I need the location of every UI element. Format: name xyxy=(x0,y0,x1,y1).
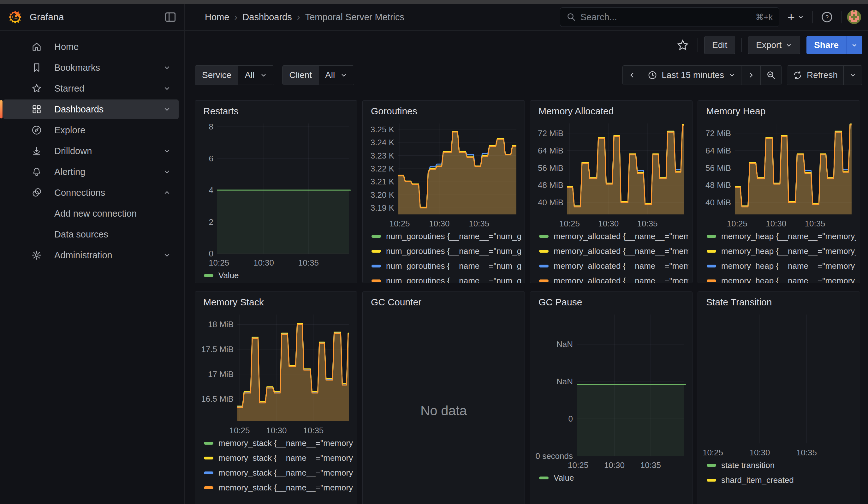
divider xyxy=(841,11,841,23)
add-button[interactable]: + xyxy=(785,8,807,27)
sidebar-item-label: Bookmarks xyxy=(54,63,163,73)
svg-text:0: 0 xyxy=(568,414,573,423)
legend-item[interactable]: memory_heap {__name__="memory_h xyxy=(707,274,856,283)
svg-text:72 MiB: 72 MiB xyxy=(705,128,731,138)
sidebar-item-alerting[interactable]: Alerting xyxy=(0,161,184,182)
legend-item[interactable]: Value xyxy=(204,268,353,283)
legend-item[interactable]: state transition xyxy=(707,458,856,473)
panel-title[interactable]: Goroutines xyxy=(366,101,521,119)
svg-text:10:25: 10:25 xyxy=(559,219,580,228)
legend-series-label: memory_allocated {__name__="memc xyxy=(554,276,689,283)
panel-title[interactable]: Memory Stack xyxy=(199,292,353,309)
chart[interactable]: 3.19 K3.20 K3.21 K3.22 K3.23 K3.24 K3.25… xyxy=(366,119,521,229)
legend-item[interactable]: memory_allocated {__name__="memc xyxy=(539,274,689,283)
legend-item[interactable]: Value xyxy=(539,471,689,485)
time-shift-forward-button[interactable] xyxy=(742,66,761,85)
chart[interactable]: 10:2510:3010:35 xyxy=(702,309,856,458)
variable-service-select[interactable]: All xyxy=(238,66,273,85)
chevron-down-icon xyxy=(260,71,267,79)
refresh-button[interactable]: Refresh xyxy=(787,66,844,85)
chart[interactable]: 40 MiB48 MiB56 MiB64 MiB72 MiB10:2510:30… xyxy=(534,119,689,229)
variable-client-select[interactable]: All xyxy=(319,66,354,85)
chart[interactable]: 16.5 MiB17 MiB17.5 MiB18 MiB10:2510:3010… xyxy=(199,309,353,436)
sidebar-item-bookmarks[interactable]: Bookmarks xyxy=(0,57,184,78)
sidebar-item-data-sources[interactable]: Data sources xyxy=(0,224,184,245)
no-data-message: No data xyxy=(366,309,521,504)
svg-text:3.20 K: 3.20 K xyxy=(371,190,394,199)
panel-state-transition: State Transition10:2510:3010:35state tra… xyxy=(698,291,860,504)
sidebar-item-add-new-connection[interactable]: Add new connection xyxy=(0,203,184,224)
legend-item[interactable]: memory_stack {__name__="memory_s xyxy=(204,436,353,451)
legend-series-color xyxy=(204,486,213,489)
sidebar-item-label: Data sources xyxy=(54,229,175,240)
sidebar-item-explore[interactable]: Explore xyxy=(0,120,184,141)
export-button[interactable]: Export xyxy=(748,36,800,54)
legend-series-color xyxy=(707,250,716,253)
panel-title[interactable]: Restarts xyxy=(199,101,353,119)
legend-item[interactable]: memory_stack {__name__="memory_s xyxy=(204,465,353,480)
legend-item[interactable]: memory_allocated {__name__="memc xyxy=(539,229,689,244)
legend-item[interactable]: num_goroutines {__name__="num_go xyxy=(372,274,521,283)
svg-text:16.5 MiB: 16.5 MiB xyxy=(201,394,234,404)
breadcrumb-home[interactable]: Home xyxy=(205,12,229,22)
panel-memory-heap: Memory Heap40 MiB48 MiB56 MiB64 MiB72 Mi… xyxy=(698,101,860,283)
share-options-chevron[interactable] xyxy=(846,36,862,54)
legend-series-color xyxy=(204,274,213,277)
sidebar-item-administration[interactable]: Administration xyxy=(0,245,184,266)
chart[interactable]: 0246810:2510:3010:35 xyxy=(199,119,353,268)
breadcrumb-dashboards[interactable]: Dashboards xyxy=(242,12,292,22)
sidebar-toggle-icon[interactable] xyxy=(162,10,179,25)
divider xyxy=(698,38,698,52)
avatar[interactable] xyxy=(847,10,861,24)
legend-series-color xyxy=(539,235,549,238)
star-dashboard-button[interactable] xyxy=(674,37,691,54)
help-icon[interactable]: ? xyxy=(818,9,836,25)
clock-icon xyxy=(648,70,657,80)
panel-title[interactable]: State Transition xyxy=(702,292,856,309)
sidebar-item-dashboards[interactable]: Dashboards xyxy=(0,99,184,120)
legend-series-label: shard_item_created xyxy=(721,475,794,485)
time-shift-back-button[interactable] xyxy=(623,66,642,85)
edit-button[interactable]: Edit xyxy=(704,36,735,54)
chevron-down-icon xyxy=(851,42,858,49)
legend-item[interactable]: memory_heap {__name__="memory_h xyxy=(707,244,856,259)
legend-series-color xyxy=(539,250,549,253)
panel-title[interactable]: GC Pause xyxy=(534,292,689,309)
sidebar-item-home[interactable]: Home xyxy=(0,36,184,57)
search-input[interactable]: Search... ⌘+k xyxy=(560,7,779,27)
svg-text:10:30: 10:30 xyxy=(598,219,619,228)
sidebar-item-drilldown[interactable]: Drilldown xyxy=(0,141,184,161)
legend-item[interactable]: memory_stack {__name__="memory_s xyxy=(204,480,353,495)
chart[interactable]: 40 MiB48 MiB56 MiB64 MiB72 MiB10:2510:30… xyxy=(702,119,856,229)
svg-text:10:35: 10:35 xyxy=(298,258,319,267)
variable-client-label: Client xyxy=(282,66,319,85)
legend-item[interactable]: memory_heap {__name__="memory_h xyxy=(707,259,856,274)
refresh-interval-chevron[interactable] xyxy=(844,66,862,85)
sidebar-item-connections[interactable]: Connections xyxy=(0,182,184,203)
legend-series-label: state transition xyxy=(721,460,775,470)
panel-title[interactable]: GC Counter xyxy=(366,292,521,309)
time-range-picker[interactable]: Last 15 minutes xyxy=(642,66,742,85)
legend-item[interactable]: shard_item_created xyxy=(707,473,856,487)
share-button[interactable]: Share xyxy=(806,36,846,54)
svg-text:10:25: 10:25 xyxy=(568,460,588,470)
legend-item[interactable]: memory_allocated {__name__="memc xyxy=(539,244,689,259)
star-icon xyxy=(30,83,43,94)
chevron-down-icon xyxy=(163,105,171,113)
legend-item[interactable]: num_goroutines {__name__="num_go xyxy=(372,259,521,274)
legend-item[interactable]: memory_stack {__name__="memory_s xyxy=(204,451,353,465)
legend-item[interactable]: memory_allocated {__name__="memc xyxy=(539,259,689,274)
legend-item[interactable]: num_goroutines {__name__="num_go xyxy=(372,229,521,244)
sidebar-item-starred[interactable]: Starred xyxy=(0,78,184,99)
panel-title[interactable]: Memory Allocated xyxy=(534,101,689,119)
zoom-out-button[interactable] xyxy=(761,66,782,85)
legend-item[interactable]: memory_heap {__name__="memory_h xyxy=(707,229,856,244)
legend-item[interactable]: num_goroutines {__name__="num_go xyxy=(372,244,521,259)
chevron-up-icon xyxy=(163,188,171,197)
bell-icon xyxy=(30,166,43,177)
legend-series-label: memory_stack {__name__="memory_s xyxy=(218,468,353,478)
legend-series-label: num_goroutines {__name__="num_go xyxy=(386,261,521,271)
breadcrumb: Home › Dashboards › Temporal Server Metr… xyxy=(185,12,404,22)
panel-title[interactable]: Memory Heap xyxy=(702,101,856,119)
chart[interactable]: 0 seconds0NaNNaN10:2510:3010:35 xyxy=(534,309,689,471)
